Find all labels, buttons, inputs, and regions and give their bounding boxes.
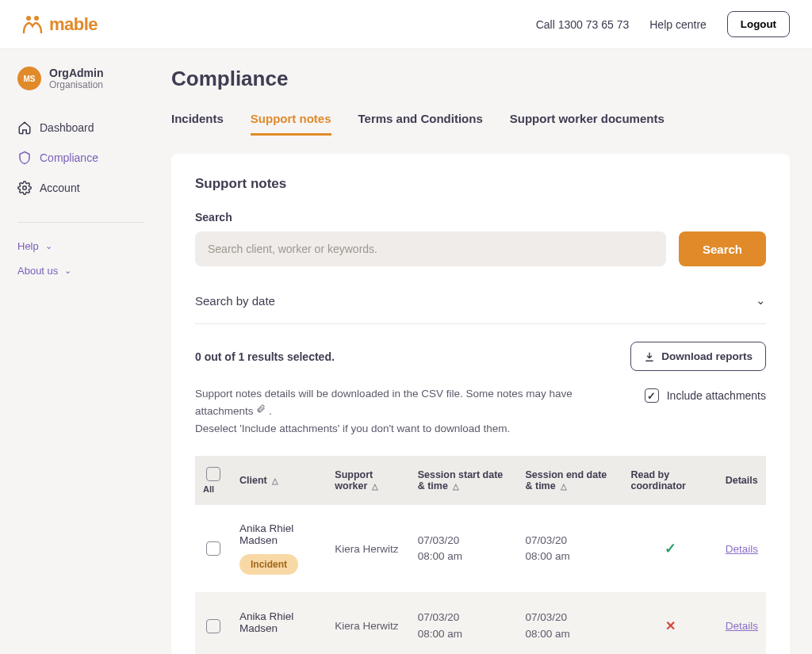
client-name: Anika Rhiel Madsen — [239, 522, 319, 546]
session-end: 07/03/2008:00 am — [517, 505, 622, 592]
details-link[interactable]: Details — [726, 543, 758, 555]
col-details: Details — [718, 456, 766, 505]
svg-point-2 — [23, 186, 27, 190]
org-sub: Organisation — [49, 79, 103, 90]
sort-icon: △ — [561, 482, 567, 491]
main-content: Compliance Incidents Support notes Terms… — [159, 49, 812, 654]
checkbox-icon — [645, 388, 659, 403]
col-end[interactable]: Session end date & time△ — [517, 456, 622, 505]
search-input[interactable] — [195, 231, 666, 266]
col-start[interactable]: Session start date & time△ — [410, 456, 518, 505]
session-start: 07/03/2008:00 am — [410, 505, 518, 592]
sidebar-item-label: Dashboard — [40, 121, 94, 134]
logout-button[interactable]: Logout — [727, 11, 790, 37]
session-end: 07/03/2008:00 am — [517, 592, 622, 654]
shield-icon — [17, 151, 32, 165]
sidebar-item-dashboard[interactable]: Dashboard — [17, 113, 144, 143]
brand-logo[interactable]: mable — [22, 14, 98, 35]
read-no-icon: ✕ — [631, 618, 710, 633]
tab-sw-documents[interactable]: Support worker documents — [510, 112, 665, 136]
download-icon — [644, 351, 655, 362]
results-selected-text: 0 out of 1 results selected. — [195, 350, 335, 363]
brand-text: mable — [49, 14, 98, 35]
worker-name: Kiera Herwitz — [327, 505, 409, 592]
col-read: Read by coordinator — [623, 456, 718, 505]
sort-icon: △ — [453, 482, 459, 491]
search-label: Search — [195, 211, 766, 224]
tab-support-notes[interactable]: Support notes — [251, 112, 331, 136]
org-name: OrgAdmin — [49, 67, 103, 79]
col-client[interactable]: Client△ — [232, 456, 327, 505]
home-icon — [17, 120, 32, 135]
svg-point-0 — [26, 16, 31, 21]
tab-terms[interactable]: Terms and Conditions — [358, 112, 483, 136]
sidebar-item-label: Compliance — [40, 151, 98, 164]
sidebar: MS OrgAdmin Organisation Dashboard Compl… — [0, 49, 159, 654]
divider — [195, 323, 766, 324]
svg-point-1 — [34, 16, 39, 21]
col-select-all[interactable]: All — [195, 456, 232, 505]
search-button[interactable]: Search — [679, 231, 766, 266]
sort-icon: △ — [272, 476, 278, 485]
support-notes-card: Support notes Search Search Search by da… — [171, 154, 790, 654]
support-notes-table: All Client△ Support worker△ Session star… — [195, 456, 766, 654]
nav-group: Dashboard Compliance Account — [17, 113, 144, 203]
help-centre-link[interactable]: Help centre — [649, 18, 707, 31]
tab-incidents[interactable]: Incidents — [171, 112, 224, 136]
attachment-icon — [256, 403, 266, 420]
search-by-date-toggle[interactable]: Search by date ⌄ — [195, 285, 766, 323]
sidebar-item-compliance[interactable]: Compliance — [17, 143, 144, 173]
sidebar-about-link[interactable]: About us ⌄ — [17, 258, 144, 283]
header-actions: Call 1300 73 65 73 Help centre Logout — [536, 11, 790, 37]
nav-divider — [17, 222, 144, 223]
download-reports-button[interactable]: Download reports — [630, 342, 766, 371]
section-title: Support notes — [195, 176, 766, 192]
read-yes-icon: ✓ — [631, 540, 710, 557]
brand-icon — [22, 15, 44, 34]
checkbox-icon[interactable] — [206, 467, 220, 481]
tab-bar: Incidents Support notes Terms and Condit… — [171, 112, 790, 136]
org-block[interactable]: MS OrgAdmin Organisation — [17, 67, 144, 90]
phone-text: Call 1300 73 65 73 — [536, 18, 630, 31]
incident-badge: Incident — [239, 554, 298, 575]
client-name: Anika Rhiel Madsen — [239, 610, 319, 634]
search-by-date-label: Search by date — [195, 294, 275, 308]
table-row: Anika Rhiel Madsen Kiera Herwitz 07/03/2… — [195, 592, 766, 654]
row-checkbox[interactable] — [206, 541, 220, 556]
row-checkbox[interactable] — [206, 619, 220, 633]
gear-icon — [17, 181, 32, 195]
sidebar-item-label: Account — [40, 182, 80, 194]
sidebar-item-account[interactable]: Account — [17, 173, 144, 203]
chevron-down-icon: ⌄ — [64, 266, 71, 276]
table-row: Anika Rhiel Madsen Incident Kiera Herwit… — [195, 505, 766, 592]
org-avatar: MS — [17, 67, 41, 90]
session-start: 07/03/2008:00 am — [410, 592, 518, 654]
sort-icon: △ — [372, 482, 378, 491]
col-worker[interactable]: Support worker△ — [327, 456, 409, 505]
download-note: Support notes details will be downloaded… — [195, 385, 607, 437]
app-header: mable Call 1300 73 65 73 Help centre Log… — [0, 0, 812, 49]
page-title: Compliance — [171, 67, 790, 91]
sidebar-help-link[interactable]: Help ⌄ — [17, 234, 144, 258]
include-attachments-checkbox[interactable]: Include attachments — [645, 385, 766, 403]
chevron-down-icon: ⌄ — [756, 293, 766, 308]
chevron-down-icon: ⌄ — [45, 241, 52, 251]
details-link[interactable]: Details — [726, 620, 758, 632]
worker-name: Kiera Herwitz — [327, 592, 409, 654]
